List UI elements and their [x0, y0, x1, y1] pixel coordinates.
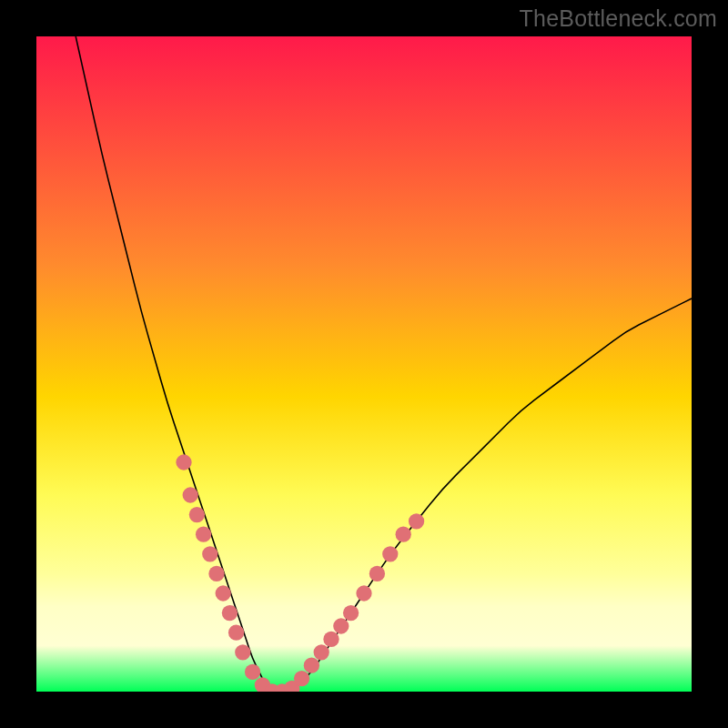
- chart-frame: TheBottleneck.com: [0, 0, 728, 728]
- marker-dot: [235, 644, 250, 660]
- plot-area: [36, 36, 692, 692]
- marker-dot: [245, 664, 260, 680]
- marker-dot: [356, 585, 371, 601]
- marker-dot: [409, 513, 424, 529]
- plot-svg: [36, 36, 692, 692]
- marker-dot: [183, 487, 198, 502]
- marker-dot: [323, 632, 339, 647]
- marker-dot: [228, 625, 244, 641]
- marker-dot: [196, 527, 211, 542]
- watermark-text: TheBottleneck.com: [520, 5, 717, 32]
- marker-dot: [294, 671, 309, 686]
- marker-dot: [396, 527, 411, 542]
- marker-dot: [222, 605, 238, 621]
- marker-dot: [333, 618, 349, 633]
- marker-dot: [369, 566, 385, 581]
- marker-dot: [176, 454, 191, 470]
- marker-dot: [202, 546, 217, 561]
- marker-dot: [304, 658, 319, 673]
- marker-dot: [314, 644, 329, 660]
- marker-dot: [189, 507, 205, 522]
- marker-dot: [382, 546, 398, 561]
- marker-dot: [343, 605, 359, 621]
- marker-dot: [208, 566, 224, 581]
- marker-dot: [216, 585, 231, 601]
